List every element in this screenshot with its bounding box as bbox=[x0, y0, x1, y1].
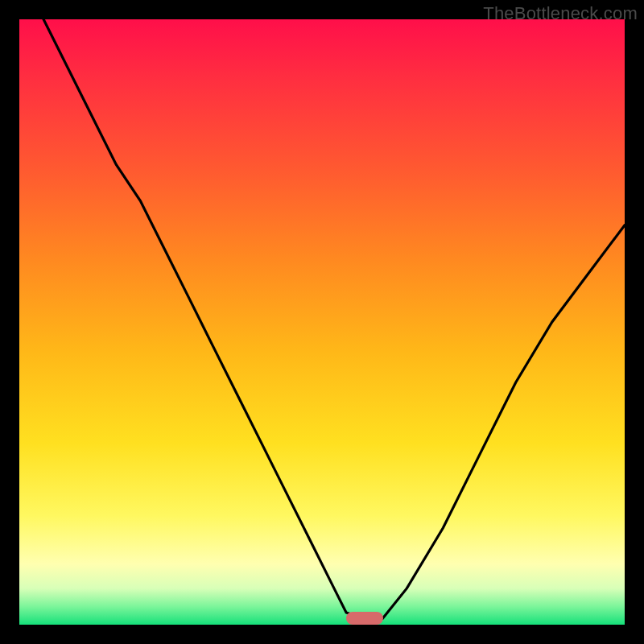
optimum-marker bbox=[346, 612, 383, 625]
curve-path bbox=[19, 0, 625, 619]
bottleneck-curve bbox=[19, 19, 625, 625]
frame-left bbox=[0, 0, 19, 644]
chart-stage: TheBottleneck.com bbox=[0, 0, 644, 644]
frame-bottom bbox=[0, 625, 644, 644]
watermark-text: TheBottleneck.com bbox=[483, 3, 638, 24]
plot-area bbox=[19, 19, 625, 625]
